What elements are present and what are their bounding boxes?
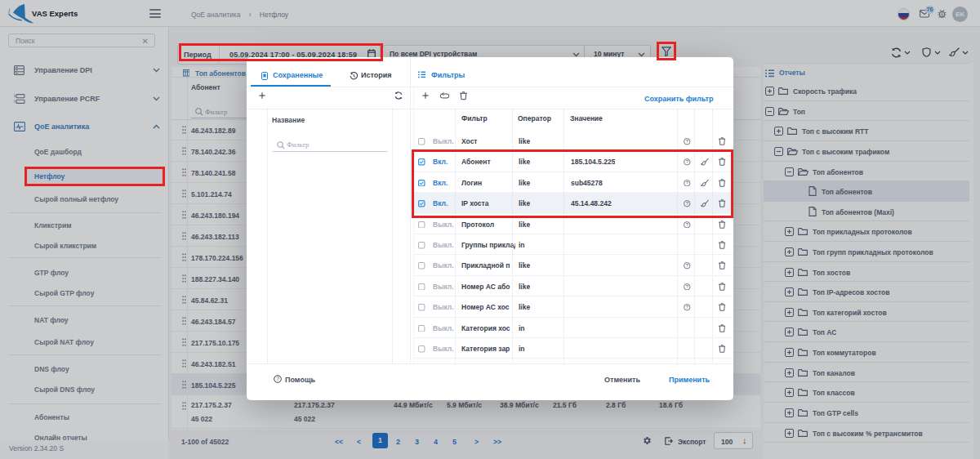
svg-text:?: ? — [686, 139, 688, 144]
svg-text:?: ? — [686, 264, 688, 269]
svg-text:?: ? — [686, 305, 688, 310]
svg-text:?: ? — [686, 222, 688, 227]
svg-text:?: ? — [686, 284, 688, 289]
svg-text:?: ? — [276, 376, 279, 381]
